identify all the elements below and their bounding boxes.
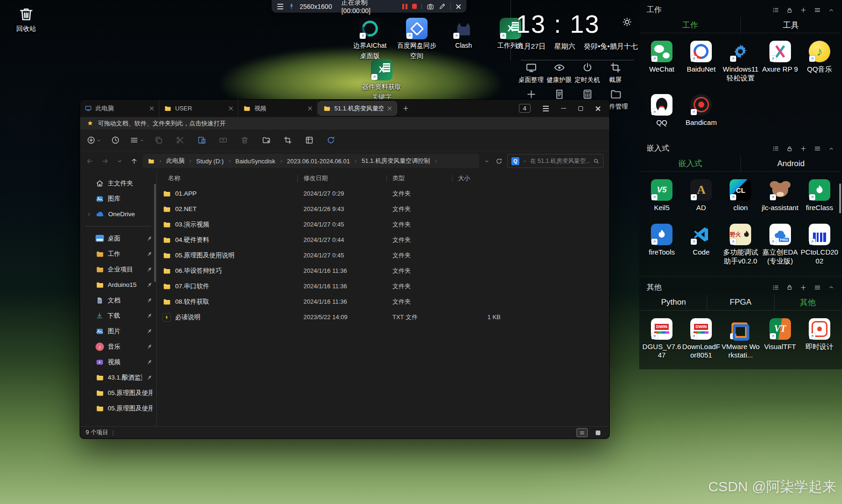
panel-tab-FPGA[interactable]: FPGA	[707, 295, 774, 310]
icons-view-button[interactable]	[592, 428, 604, 437]
tab-close-icon[interactable]	[387, 106, 392, 111]
sidebar-item-图库[interactable]: 图库	[80, 191, 156, 206]
desktop-icon-aichat-desktop[interactable]: 边界AIChat桌面版	[349, 18, 391, 60]
panel-lock-icon[interactable]	[786, 7, 793, 14]
pause-recording-button[interactable]	[402, 4, 407, 9]
recycle-bin[interactable]: 回收站	[9, 6, 43, 33]
app-win11-easy-settings[interactable]: Windows11轻松设置	[721, 41, 760, 83]
panel-lines-icon[interactable]	[814, 145, 821, 152]
panel-lines-icon[interactable]	[814, 284, 821, 291]
app-jishi-design[interactable]: 即时设计	[800, 318, 839, 360]
panel-plus-icon[interactable]	[800, 7, 807, 14]
breadcrumb-item[interactable]: Study (D:)	[196, 158, 224, 165]
widget-截屏[interactable]: 截屏	[601, 62, 629, 84]
breadcrumb-item[interactable]: 此电脑	[166, 157, 185, 165]
file-row-03.演示视频[interactable]: 03.演示视频2024/1/27 0:45文件夹	[157, 217, 609, 232]
app-altium-designer[interactable]: AAD	[681, 179, 721, 212]
search-input[interactable]	[530, 158, 590, 164]
tab-close-icon[interactable]	[229, 106, 233, 111]
app-visualtft[interactable]: VTVisualTFT	[761, 318, 800, 360]
recorder-menu-icon[interactable]	[277, 4, 283, 9]
file-row-04.硬件资料[interactable]: 04.硬件资料2024/1/27 0:44文件夹	[157, 232, 609, 248]
up-button[interactable]	[130, 157, 138, 165]
panel-tab-其他[interactable]: 其他	[774, 295, 841, 310]
column-header-名称[interactable]: 名称	[157, 174, 297, 183]
maximize-button[interactable]	[578, 106, 583, 111]
panel-chev-up-icon[interactable]	[828, 146, 835, 152]
column-header-类型[interactable]: 类型	[387, 174, 452, 183]
sidebar-item-Arduino15[interactable]: Arduino15	[80, 277, 156, 292]
explorer-tab-此电脑[interactable]: 此电脑	[80, 100, 159, 117]
desktop-icon-device-data-keyword-excel[interactable]: X器件资料获取关键字	[350, 59, 413, 101]
sidebar-item-05.原理图及使用[interactable]: 05.原理图及使用	[80, 385, 156, 401]
address-chevron-icon[interactable]	[484, 158, 490, 164]
panel-scrollbar[interactable]	[839, 183, 841, 213]
sort-button[interactable]	[126, 132, 148, 149]
panel-lines-icon[interactable]	[814, 7, 821, 14]
new-folder-button[interactable]	[255, 132, 277, 149]
explorer-tab-51.1.机房变风量空[interactable]: 51.1.机房变风量空	[318, 101, 397, 116]
app-clion[interactable]: CLclion	[721, 179, 760, 212]
address-refresh-icon[interactable]	[495, 158, 502, 165]
sidebar-item-OneDrive[interactable]: OneDrive	[80, 206, 156, 222]
app-baidunet[interactable]: BaiduNet	[681, 41, 721, 83]
breadcrumb-item[interactable]: 2023.06.01-2024.06.01	[287, 158, 350, 165]
app-pctolcd2002[interactable]: PCtoLCD2002	[800, 224, 839, 266]
sidebar-item-桌面[interactable]: 桌面	[80, 231, 156, 246]
app-axure-rp9[interactable]: Axure RP 9	[761, 41, 800, 83]
new-tab-button[interactable]	[398, 100, 414, 117]
desktop-icon-baidu-sync-space[interactable]: 百度网盘同步空间	[396, 18, 437, 60]
app-qq-music[interactable]: ♪QQ音乐	[800, 41, 839, 83]
file-row-06.毕设答辩技巧[interactable]: 06.毕设答辩技巧2024/1/16 11:36文件夹	[157, 263, 609, 278]
sidebar-item-下载[interactable]: 下载	[80, 308, 156, 323]
new-button[interactable]	[83, 132, 104, 149]
search-chevron-icon[interactable]	[522, 159, 527, 164]
app-vscode[interactable]: Code	[681, 224, 721, 266]
app-jlc-eda-pro[interactable]: PRO嘉立创EDA(专业版)	[761, 224, 800, 266]
tab-close-icon[interactable]	[149, 106, 154, 111]
panel-dotlist-icon[interactable]	[772, 145, 779, 152]
panel-chev-up-icon[interactable]	[828, 7, 835, 14]
panel-chev-up-icon[interactable]	[828, 284, 835, 291]
file-row-01.APP[interactable]: 01.APP2024/1/27 0:29文件夹	[157, 186, 609, 201]
refresh-button[interactable]	[320, 132, 341, 149]
panel-plus-icon[interactable]	[800, 284, 807, 291]
sidebar-item-05.原理图及使用[interactable]: 05.原理图及使用	[80, 401, 156, 416]
panel-tab-Python[interactable]: Python	[640, 295, 707, 310]
back-button[interactable]	[86, 157, 94, 165]
panel-tab-工具[interactable]: 工具	[740, 17, 841, 33]
screenshot-icon[interactable]	[427, 3, 434, 10]
sidebar-item-图片[interactable]: 图片	[80, 323, 156, 339]
app-fireclass[interactable]: fireClass	[800, 179, 839, 212]
panel-plus-icon[interactable]	[800, 145, 807, 152]
search-box[interactable]: Q	[507, 154, 604, 168]
sidebar-item-文档[interactable]: 文档	[80, 292, 156, 308]
breadcrumb[interactable]: 此电脑Study (D:)BaiduSyncdisk2023.06.01-202…	[143, 154, 479, 168]
expander-chevron-icon[interactable]	[86, 212, 92, 217]
search-engine-badge[interactable]: Q	[511, 157, 519, 165]
sidebar-item-43.1.酿酒监测[interactable]: 43.1.酿酒监测	[80, 370, 156, 385]
app-qq[interactable]: QQ	[642, 94, 681, 127]
widget-健康护眼[interactable]: 健康护眼	[545, 62, 573, 84]
breadcrumb-item[interactable]: BaiduSyncdisk	[236, 158, 275, 165]
sidebar-item-视频[interactable]: 视频	[80, 354, 156, 370]
file-row-02.NET[interactable]: 02.NET2024/1/26 9:43文件夹	[157, 201, 609, 217]
file-row-07.串口软件[interactable]: 07.串口软件2024/1/16 11:36文件夹	[157, 278, 609, 294]
panel-dotlist-icon[interactable]	[772, 284, 779, 291]
panel-dotlist-icon[interactable]	[772, 7, 779, 14]
sidebar-item-企业项目[interactable]: 企业项目	[80, 262, 156, 277]
close-recorder-icon[interactable]	[456, 4, 461, 9]
sidebar-item-工作[interactable]: 工作	[80, 246, 156, 262]
file-row-05.原理图及使用说明[interactable]: 05.原理图及使用说明2024/1/27 0:45文件夹	[157, 248, 609, 263]
panel-tab-Android[interactable]: Android	[740, 156, 841, 171]
app-vmware-workstation[interactable]: VMware Workstati...	[721, 318, 760, 360]
panel-tab-嵌入式[interactable]: 嵌入式	[640, 156, 740, 171]
sidebar-scrollbar[interactable]	[154, 184, 156, 282]
widget-定时关机[interactable]: 定时关机	[573, 62, 601, 84]
desktop-icon-clash[interactable]: Clash	[443, 18, 484, 60]
explorer-tab-USER[interactable]: USER	[159, 100, 238, 117]
details-view-button[interactable]	[576, 428, 588, 437]
file-row-08.软件获取[interactable]: 08.软件获取2024/1/16 11:36文件夹	[157, 294, 609, 309]
explorer-tab-视频[interactable]: 视频	[238, 100, 318, 117]
tab-close-icon[interactable]	[308, 106, 312, 111]
